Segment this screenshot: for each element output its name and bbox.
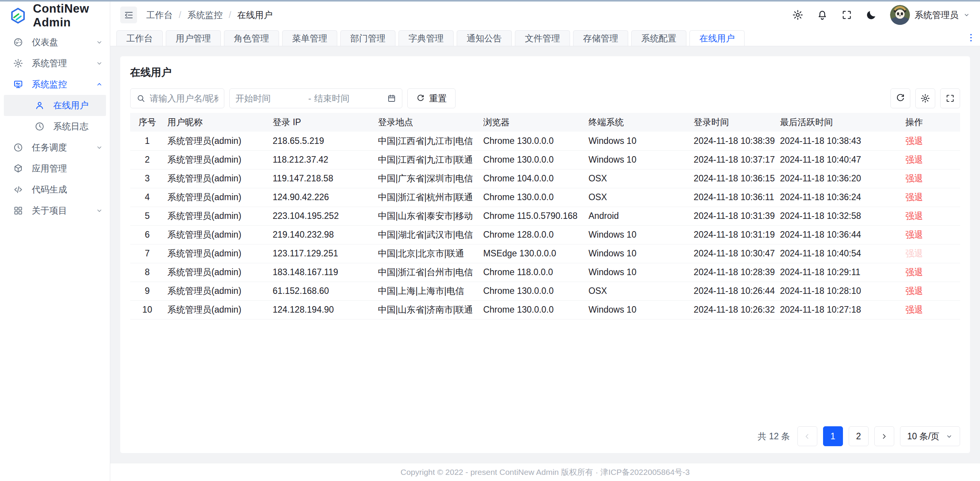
cell-os: Windows 10 xyxy=(585,225,691,244)
cell-ip: 118.212.37.42 xyxy=(270,150,375,169)
breadcrumb-item[interactable]: 在线用户 xyxy=(237,9,273,21)
cell-browser: Chrome 128.0.0.0 xyxy=(480,225,585,244)
settings-button[interactable] xyxy=(792,9,804,21)
force-logout-link[interactable]: 强退 xyxy=(905,173,923,183)
cell-action: 强退 xyxy=(902,282,960,300)
moon-icon xyxy=(866,9,877,21)
tab-1[interactable]: 用户管理 xyxy=(166,30,221,46)
ellipsis-vertical-icon xyxy=(966,33,976,43)
sidebar-item-code-generator[interactable]: 代码生成 xyxy=(0,179,110,200)
expand-table-button[interactable] xyxy=(940,88,960,108)
sidebar-item-about-project[interactable]: 关于项目 xyxy=(0,200,110,221)
sidebar-item-task-schedule[interactable]: 任务调度 xyxy=(0,137,110,158)
end-time-input[interactable] xyxy=(314,93,384,104)
cell-location: 中国|山东省|济南市|联通 xyxy=(375,300,480,319)
footer: Copyright © 2022 - present ContiNew Admi… xyxy=(110,463,980,481)
force-logout-link[interactable]: 强退 xyxy=(905,230,923,240)
cell-last_active: 2024-11-18 10:27:18 xyxy=(777,300,902,319)
chevron-down-icon xyxy=(963,11,970,18)
sidebar-item-dashboard[interactable]: 仪表盘 xyxy=(0,32,110,53)
logo[interactable]: ContiNew Admin xyxy=(0,2,110,29)
cell-action: 强退 xyxy=(902,263,960,282)
tab-2[interactable]: 角色管理 xyxy=(224,30,279,46)
column-header-index: 序号 xyxy=(130,113,164,132)
breadcrumb-item[interactable]: 系统监控 xyxy=(187,9,222,21)
sidebar-item-system-log[interactable]: 系统日志 xyxy=(4,116,106,137)
cell-login_time: 2024-11-18 10:26:44 xyxy=(691,282,777,300)
force-logout-link[interactable]: 强退 xyxy=(905,211,923,221)
collapse-sidebar-button[interactable] xyxy=(120,7,137,23)
cell-nickname: 系统管理员(admin) xyxy=(164,169,270,188)
search-icon xyxy=(136,94,145,103)
force-logout-link[interactable]: 强退 xyxy=(905,305,923,315)
refresh-table-button[interactable] xyxy=(890,88,910,108)
cell-ip: 223.104.195.252 xyxy=(270,207,375,225)
cell-os: Windows 10 xyxy=(585,263,691,282)
cell-nickname: 系统管理员(admin) xyxy=(164,225,270,244)
force-logout-link[interactable]: 强退 xyxy=(905,286,923,296)
cell-browser: Chrome 130.0.0.0 xyxy=(480,188,585,207)
tab-10[interactable]: 在线用户 xyxy=(689,30,745,46)
start-time-input[interactable] xyxy=(235,93,305,104)
sidebar-item-online-user[interactable]: 在线用户 xyxy=(4,95,106,116)
force-logout-link[interactable]: 强退 xyxy=(905,155,923,165)
table-row: 6系统管理员(admin)219.140.232.98中国|湖北省|武汉市|电信… xyxy=(130,225,960,244)
chevron-down-icon xyxy=(96,60,103,67)
tab-4[interactable]: 部门管理 xyxy=(340,30,395,46)
cell-login_time: 2024-11-18 10:36:11 xyxy=(691,188,777,207)
sidebar-item-app-management[interactable]: 应用管理 xyxy=(0,158,110,179)
tabs-more-button[interactable] xyxy=(966,33,976,43)
tab-0[interactable]: 工作台 xyxy=(116,30,163,46)
cell-login_time: 2024-11-18 10:37:17 xyxy=(691,150,777,169)
date-range-picker[interactable]: - xyxy=(229,88,402,108)
breadcrumb-item[interactable]: 工作台 xyxy=(146,9,173,21)
cell-login_time: 2024-11-18 10:36:15 xyxy=(691,169,777,188)
search-input[interactable] xyxy=(150,93,218,104)
cell-index: 4 xyxy=(130,188,164,207)
cell-ip: 61.152.168.60 xyxy=(270,282,375,300)
refresh-icon xyxy=(895,93,905,103)
cell-index: 6 xyxy=(130,225,164,244)
sidebar-item-system-monitor[interactable]: 系统监控 xyxy=(0,74,110,95)
sidebar-item-label: 系统管理 xyxy=(32,57,67,69)
tab-3[interactable]: 菜单管理 xyxy=(282,30,337,46)
theme-toggle-button[interactable] xyxy=(866,9,877,21)
force-logout-link[interactable]: 强退 xyxy=(905,267,923,277)
notification-button[interactable] xyxy=(817,9,828,21)
fullscreen-button[interactable] xyxy=(841,9,853,21)
next-page-button[interactable] xyxy=(874,426,894,446)
column-header-ip: 登录 IP xyxy=(270,113,375,132)
page-size-select[interactable]: 10 条/页 xyxy=(900,426,960,446)
tab-7[interactable]: 文件管理 xyxy=(515,30,570,46)
sidebar-item-label: 应用管理 xyxy=(32,163,67,174)
table-row: 10系统管理员(admin)124.128.194.90中国|山东省|济南市|联… xyxy=(130,300,960,319)
force-logout-link[interactable]: 强退 xyxy=(905,136,923,146)
cell-login_time: 2024-11-18 10:31:19 xyxy=(691,225,777,244)
user-menu[interactable]: 系统管理员 xyxy=(890,5,970,25)
refresh-icon xyxy=(416,94,425,103)
page-button-1[interactable]: 1 xyxy=(823,426,843,446)
cell-action: 强退 xyxy=(902,244,960,263)
breadcrumb-separator: / xyxy=(229,10,231,20)
force-logout-link[interactable]: 强退 xyxy=(905,192,923,202)
sidebar-menu: 仪表盘系统管理系统监控在线用户系统日志任务调度应用管理代码生成关于项目 xyxy=(0,29,110,221)
sidebar-item-system-management[interactable]: 系统管理 xyxy=(0,53,110,74)
cell-last_active: 2024-11-18 10:32:58 xyxy=(777,207,902,225)
cell-last_active: 2024-11-18 10:38:43 xyxy=(777,132,902,150)
reset-button[interactable]: 重置 xyxy=(407,88,456,108)
tab-9[interactable]: 系统配置 xyxy=(631,30,686,46)
cell-nickname: 系统管理员(admin) xyxy=(164,132,270,150)
tab-5[interactable]: 字典管理 xyxy=(399,30,454,46)
cell-browser: Chrome 115.0.5790.168 xyxy=(480,207,585,225)
page-button-2[interactable]: 2 xyxy=(849,426,869,446)
online-users-table: 序号用户昵称登录 IP登录地点浏览器终端系统登录时间最后活跃时间操作 1系统管理… xyxy=(130,113,960,320)
table-row: 1系统管理员(admin)218.65.5.219中国|江西省|九江市|电信Ch… xyxy=(130,132,960,150)
cell-browser: Chrome 118.0.0.0 xyxy=(480,263,585,282)
column-settings-button[interactable] xyxy=(915,88,935,108)
bell-icon xyxy=(817,9,828,21)
prev-page-button[interactable] xyxy=(797,426,817,446)
table-row: 2系统管理员(admin)118.212.37.42中国|江西省|九江市|联通C… xyxy=(130,150,960,169)
cell-index: 5 xyxy=(130,207,164,225)
tab-8[interactable]: 存储管理 xyxy=(573,30,628,46)
tab-6[interactable]: 通知公告 xyxy=(457,30,512,46)
